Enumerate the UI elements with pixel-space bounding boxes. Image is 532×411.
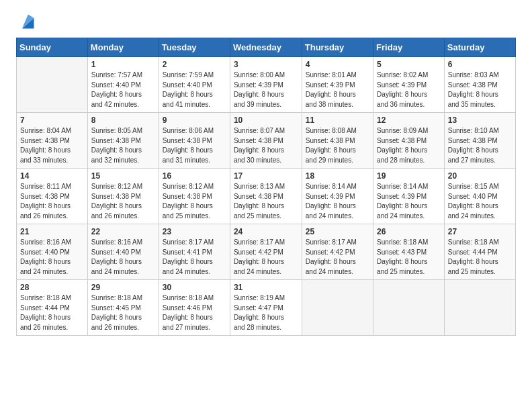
day-number: 11 [306,116,369,125]
cell-content: Sunrise: 8:18 AMSunset: 4:43 PMDaylight:… [377,238,441,277]
day-number: 19 [377,171,441,181]
calendar-cell [17,57,88,113]
weekday-header-monday: Monday [87,38,159,57]
weekday-header-thursday: Thursday [302,38,373,57]
calendar-cell: 11Sunrise: 8:08 AMSunset: 4:38 PMDayligh… [302,113,373,169]
calendar-cell: 25Sunrise: 8:17 AMSunset: 4:42 PMDayligh… [302,224,373,280]
calendar-cell: 10Sunrise: 8:07 AMSunset: 4:38 PMDayligh… [230,113,302,169]
day-number: 31 [234,283,298,292]
calendar-cell: 8Sunrise: 8:05 AMSunset: 4:38 PMDaylight… [87,113,159,169]
weekday-header-friday: Friday [373,38,445,57]
weekday-header-saturday: Saturday [444,38,515,57]
calendar-cell: 4Sunrise: 8:01 AMSunset: 4:39 PMDaylight… [302,57,373,113]
calendar-cell: 26Sunrise: 8:18 AMSunset: 4:43 PMDayligh… [373,224,445,280]
day-number: 10 [234,116,298,125]
cell-content: Sunrise: 8:11 AMSunset: 4:38 PMDaylight:… [20,182,84,221]
calendar-cell: 12Sunrise: 8:09 AMSunset: 4:38 PMDayligh… [373,113,445,169]
day-number: 8 [91,116,155,125]
day-number: 6 [448,60,512,69]
calendar-cell: 22Sunrise: 8:16 AMSunset: 4:40 PMDayligh… [87,224,159,280]
cell-content: Sunrise: 8:14 AMSunset: 4:39 PMDaylight:… [306,182,369,221]
week-row-5: 28Sunrise: 8:18 AMSunset: 4:44 PMDayligh… [17,280,516,336]
cell-content: Sunrise: 8:09 AMSunset: 4:38 PMDaylight:… [377,126,441,165]
logo [16,12,36,31]
page: SundayMondayTuesdayWednesdayThursdayFrid… [0,0,532,411]
weekday-header-sunday: Sunday [17,38,88,57]
day-number: 26 [377,227,441,236]
cell-content: Sunrise: 8:02 AMSunset: 4:39 PMDaylight:… [377,71,441,109]
cell-content: Sunrise: 8:17 AMSunset: 4:41 PMDaylight:… [163,238,226,277]
calendar-cell: 14Sunrise: 8:11 AMSunset: 4:38 PMDayligh… [17,169,88,224]
week-row-1: 1Sunrise: 7:57 AMSunset: 4:40 PMDaylight… [17,57,516,113]
calendar-cell: 29Sunrise: 8:18 AMSunset: 4:45 PMDayligh… [87,280,159,336]
calendar-cell: 5Sunrise: 8:02 AMSunset: 4:39 PMDaylight… [373,57,445,113]
day-number: 28 [20,283,84,292]
cell-content: Sunrise: 8:12 AMSunset: 4:38 PMDaylight:… [91,182,155,221]
day-number: 24 [234,227,298,236]
calendar-cell: 18Sunrise: 8:14 AMSunset: 4:39 PMDayligh… [302,169,373,224]
cell-content: Sunrise: 8:18 AMSunset: 4:45 PMDaylight:… [91,293,155,332]
day-number: 17 [234,171,298,181]
cell-content: Sunrise: 8:13 AMSunset: 4:38 PMDaylight:… [234,182,298,221]
calendar-cell [302,280,373,336]
calendar-cell: 6Sunrise: 8:03 AMSunset: 4:38 PMDaylight… [444,57,515,113]
weekday-header-tuesday: Tuesday [159,38,230,57]
cell-content: Sunrise: 8:10 AMSunset: 4:38 PMDaylight:… [448,126,512,165]
day-number: 12 [377,116,441,125]
calendar-cell: 15Sunrise: 8:12 AMSunset: 4:38 PMDayligh… [87,169,159,224]
calendar-cell: 2Sunrise: 7:59 AMSunset: 4:40 PMDaylight… [159,57,230,113]
cell-content: Sunrise: 8:18 AMSunset: 4:44 PMDaylight:… [20,293,84,332]
day-number: 30 [163,283,226,292]
calendar-cell: 13Sunrise: 8:10 AMSunset: 4:38 PMDayligh… [444,113,515,169]
cell-content: Sunrise: 8:01 AMSunset: 4:39 PMDaylight:… [306,71,369,109]
cell-content: Sunrise: 8:00 AMSunset: 4:39 PMDaylight:… [234,71,298,109]
day-number: 13 [448,116,512,125]
calendar-cell: 3Sunrise: 8:00 AMSunset: 4:39 PMDaylight… [230,57,302,113]
cell-content: Sunrise: 8:17 AMSunset: 4:42 PMDaylight:… [234,238,298,277]
day-number: 15 [91,171,155,181]
day-number: 23 [163,227,226,236]
cell-content: Sunrise: 8:12 AMSunset: 4:38 PMDaylight:… [163,182,226,221]
cell-content: Sunrise: 8:03 AMSunset: 4:38 PMDaylight:… [448,71,512,109]
calendar-cell: 27Sunrise: 8:18 AMSunset: 4:44 PMDayligh… [444,224,515,280]
calendar-cell: 19Sunrise: 8:14 AMSunset: 4:39 PMDayligh… [373,169,445,224]
cell-content: Sunrise: 8:08 AMSunset: 4:38 PMDaylight:… [306,126,369,165]
calendar-cell: 28Sunrise: 8:18 AMSunset: 4:44 PMDayligh… [17,280,88,336]
cell-content: Sunrise: 8:16 AMSunset: 4:40 PMDaylight:… [20,238,84,277]
calendar-table: SundayMondayTuesdayWednesdayThursdayFrid… [16,38,516,336]
calendar-cell: 30Sunrise: 8:18 AMSunset: 4:46 PMDayligh… [159,280,230,336]
weekday-header-row: SundayMondayTuesdayWednesdayThursdayFrid… [17,38,516,57]
day-number: 9 [163,116,226,125]
day-number: 16 [163,171,226,181]
calendar-cell: 21Sunrise: 8:16 AMSunset: 4:40 PMDayligh… [17,224,88,280]
calendar-cell: 31Sunrise: 8:19 AMSunset: 4:47 PMDayligh… [230,280,302,336]
day-number: 4 [306,60,369,69]
calendar-cell: 9Sunrise: 8:06 AMSunset: 4:38 PMDaylight… [159,113,230,169]
header [16,12,516,31]
cell-content: Sunrise: 8:07 AMSunset: 4:38 PMDaylight:… [234,126,298,165]
week-row-2: 7Sunrise: 8:04 AMSunset: 4:38 PMDaylight… [17,113,516,169]
day-number: 5 [377,60,441,69]
calendar-cell: 17Sunrise: 8:13 AMSunset: 4:38 PMDayligh… [230,169,302,224]
cell-content: Sunrise: 8:14 AMSunset: 4:39 PMDaylight:… [377,182,441,221]
calendar-cell: 1Sunrise: 7:57 AMSunset: 4:40 PMDaylight… [87,57,159,113]
cell-content: Sunrise: 8:15 AMSunset: 4:40 PMDaylight:… [448,182,512,221]
day-number: 1 [91,60,155,69]
calendar-cell: 20Sunrise: 8:15 AMSunset: 4:40 PMDayligh… [444,169,515,224]
day-number: 25 [306,227,369,236]
day-number: 7 [20,116,84,125]
calendar-cell: 7Sunrise: 8:04 AMSunset: 4:38 PMDaylight… [17,113,88,169]
cell-content: Sunrise: 8:17 AMSunset: 4:42 PMDaylight:… [306,238,369,277]
cell-content: Sunrise: 7:57 AMSunset: 4:40 PMDaylight:… [91,71,155,109]
cell-content: Sunrise: 8:04 AMSunset: 4:38 PMDaylight:… [20,126,84,165]
calendar-cell: 23Sunrise: 8:17 AMSunset: 4:41 PMDayligh… [159,224,230,280]
day-number: 2 [163,60,226,69]
day-number: 22 [91,227,155,236]
week-row-3: 14Sunrise: 8:11 AMSunset: 4:38 PMDayligh… [17,169,516,224]
cell-content: Sunrise: 8:18 AMSunset: 4:44 PMDaylight:… [448,238,512,277]
day-number: 14 [20,171,84,181]
cell-content: Sunrise: 8:16 AMSunset: 4:40 PMDaylight:… [91,238,155,277]
cell-content: Sunrise: 8:05 AMSunset: 4:38 PMDaylight:… [91,126,155,165]
cell-content: Sunrise: 8:18 AMSunset: 4:46 PMDaylight:… [163,293,226,332]
day-number: 18 [306,171,369,181]
